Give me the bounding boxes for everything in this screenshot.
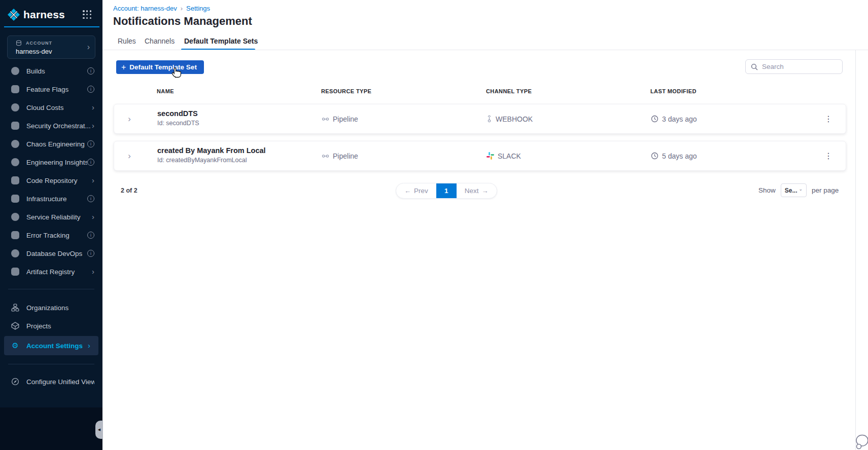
tab-rules[interactable]: Rules [118,32,136,50]
engineering-insights-icon [11,158,19,166]
chevron-right-icon: › [87,43,90,52]
info-icon[interactable] [87,232,94,239]
sidebar-divider [8,364,94,364]
error-tracking-icon [11,231,19,239]
chevron-right-icon [92,213,94,220]
channel-type-cell: WEBHOOK [487,104,533,133]
sidebar-item-error-tracking[interactable]: Error Tracking [0,226,102,244]
chevron-right-icon [92,177,94,184]
prev-page-button[interactable]: Prev [396,183,436,198]
database-devops-icon [11,249,19,257]
sidebar-item-database-devops[interactable]: Database DevOps [0,244,102,262]
row-menu-icon[interactable] [822,104,835,133]
harness-app-window: harness ACCOUNT harness-dev › Builds Fea… [0,0,868,450]
clock-icon [651,115,658,123]
show-label: Show [758,186,776,194]
sidebar-item-configure-unified-view[interactable]: Configure Unified View [0,372,102,391]
next-page-button[interactable]: Next [457,183,497,198]
search-input[interactable] [762,63,833,70]
row-menu-icon[interactable] [822,141,835,170]
account-switcher[interactable]: ACCOUNT harness-dev › [7,35,95,59]
chaos-engineering-icon [11,140,19,148]
sidebar-divider [8,289,94,289]
pipeline-icon [322,116,329,123]
info-icon[interactable] [87,140,94,147]
search-box [745,59,843,74]
app-launcher-icon[interactable] [83,10,92,19]
gear-icon [11,342,19,350]
sidebar-item-engineering-insights[interactable]: Engineering Insights [0,153,102,171]
projects-icon [11,322,19,330]
tab-channels[interactable]: Channels [145,32,175,50]
expand-row-icon[interactable] [124,141,134,170]
sidebar-item-security-orchestration[interactable]: Security Orchestrat... [0,117,102,135]
feature-flags-icon [11,85,19,93]
sidebar-item-organizations[interactable]: Organizations [0,298,102,317]
account-scope-icon [16,40,22,46]
support-chat-icon[interactable] [854,433,868,450]
name-cell: created By Mayank From Local Id: created… [157,146,266,164]
page-1-button[interactable]: 1 [436,183,457,199]
sidebar-item-code-repository[interactable]: Code Repository [0,171,102,190]
harness-logo-icon [7,8,20,21]
service-reliability-icon [11,213,19,221]
breadcrumb-settings-link[interactable]: Settings [186,5,210,12]
security-orchestration-icon [11,122,19,130]
brand-name: harness [23,9,65,21]
chevron-right-icon [92,122,94,129]
sidebar-item-account-settings[interactable]: Account Settings [4,336,98,355]
pagination-summary: 2 of 2 [121,187,137,194]
cloud-costs-icon [11,103,19,111]
resource-type-cell: Pipeline [322,104,358,133]
column-header-name: NAME [157,88,174,94]
sidebar-item-service-reliability[interactable]: Service Reliability [0,208,102,226]
last-modified-cell: 3 days ago [651,104,697,133]
table-row[interactable]: secondDTS Id: secondDTS Pipeline WEBHOOK [114,104,846,134]
expand-row-icon[interactable] [124,104,134,133]
sidebar-item-infrastructure[interactable]: Infrastructure [0,190,102,208]
last-modified-cell: 5 days ago [651,141,697,170]
clock-icon [651,152,658,160]
main-content: Account: harness-dev › Settings Notifica… [102,0,868,450]
builds-icon [11,67,19,75]
content-right-divider [855,50,856,450]
artifact-registry-icon [11,268,19,276]
info-icon[interactable] [87,86,94,93]
tabbar-border [102,50,868,50]
new-button-label: Default Template Set [129,63,197,71]
template-set-name: secondDTS [157,109,199,118]
info-icon[interactable] [87,67,94,74]
new-default-template-set-button[interactable]: + Default Template Set [116,60,204,74]
chevron-down-icon [798,188,803,193]
tabbar: Rules Channels Default Template Sets [102,32,868,50]
info-icon[interactable] [87,159,94,166]
template-set-name: created By Mayank From Local [157,146,266,155]
sidebar: harness ACCOUNT harness-dev › Builds Fea… [0,0,102,450]
page-size-select[interactable]: Se... [781,183,807,197]
webhook-icon [487,115,492,123]
tab-default-template-sets[interactable]: Default Template Sets [184,32,258,50]
sidebar-item-feature-flags[interactable]: Feature Flags [0,80,102,98]
column-header-last-modified: LAST MODIFIED [650,88,697,94]
breadcrumb-account-link[interactable]: Account: harness-dev [113,5,177,12]
sidebar-collapse-handle[interactable] [95,421,103,439]
template-set-id: Id: secondDTS [157,120,199,127]
account-label: ACCOUNT [26,41,52,46]
chevron-right-icon [92,104,94,111]
slack-icon [487,152,494,160]
code-repository-icon [11,176,19,184]
per-page-label: per page [812,186,839,194]
sidebar-item-builds[interactable]: Builds [0,62,102,80]
info-icon[interactable] [87,195,94,202]
brand[interactable]: harness [7,7,65,22]
infrastructure-icon [11,195,19,203]
pipeline-icon [322,153,329,160]
info-icon[interactable] [87,250,94,257]
sidebar-item-artifact-registry[interactable]: Artifact Registry [0,262,102,281]
sidebar-item-projects[interactable]: Projects [0,317,102,335]
account-name: harness-dev [16,48,52,55]
sidebar-item-cloud-costs[interactable]: Cloud Costs [0,98,102,117]
column-header-channel-type: CHANNEL TYPE [486,88,532,94]
table-row[interactable]: created By Mayank From Local Id: created… [114,141,846,171]
sidebar-item-chaos-engineering[interactable]: Chaos Engineering [0,135,102,153]
